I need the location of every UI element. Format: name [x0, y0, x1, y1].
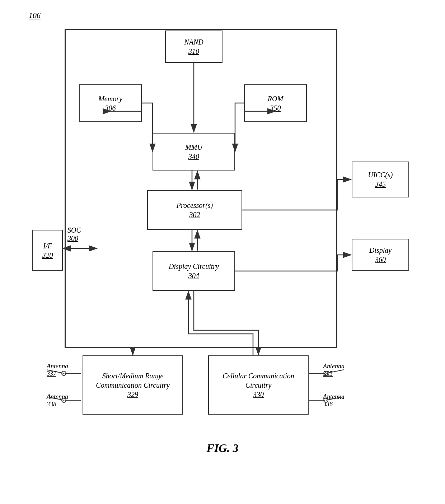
memory-block: Memory 306 — [79, 84, 142, 122]
soc-boundary — [65, 29, 337, 348]
antenna-335-label: Antenna 335 — [323, 363, 345, 378]
outer-label: 106 — [29, 11, 41, 20]
rom-block: ROM 350 — [244, 84, 307, 122]
antenna-336-label: Antenna 336 — [323, 393, 345, 408]
page: 106 SOC 300 NAND 310 Memory 306 ROM 350 … — [0, 0, 445, 504]
antenna-338-label: Antenna 338 — [47, 393, 68, 408]
display-block: Display 360 — [352, 239, 409, 271]
short-range-block: Short/Medium Range Communication Circuit… — [83, 355, 183, 415]
nand-block: NAND 310 — [165, 31, 222, 63]
fig-label: FIG. 3 — [207, 442, 239, 455]
soc-label: SOC 300 — [67, 226, 81, 243]
if-block: I/F 320 — [32, 230, 63, 271]
mmu-block: MMU 340 — [153, 133, 235, 171]
uicc-block: UICC(s) 345 — [352, 162, 409, 197]
cellular-block: Cellular Communication Circuitry 330 — [208, 355, 309, 415]
display-circ-block: Display Circuitry 304 — [153, 251, 235, 291]
processor-block: Processor(s) 302 — [147, 190, 242, 230]
antenna-337-label: Antenna 337 — [47, 363, 68, 378]
diagram-area: 106 SOC 300 NAND 310 Memory 306 ROM 350 … — [25, 7, 420, 438]
